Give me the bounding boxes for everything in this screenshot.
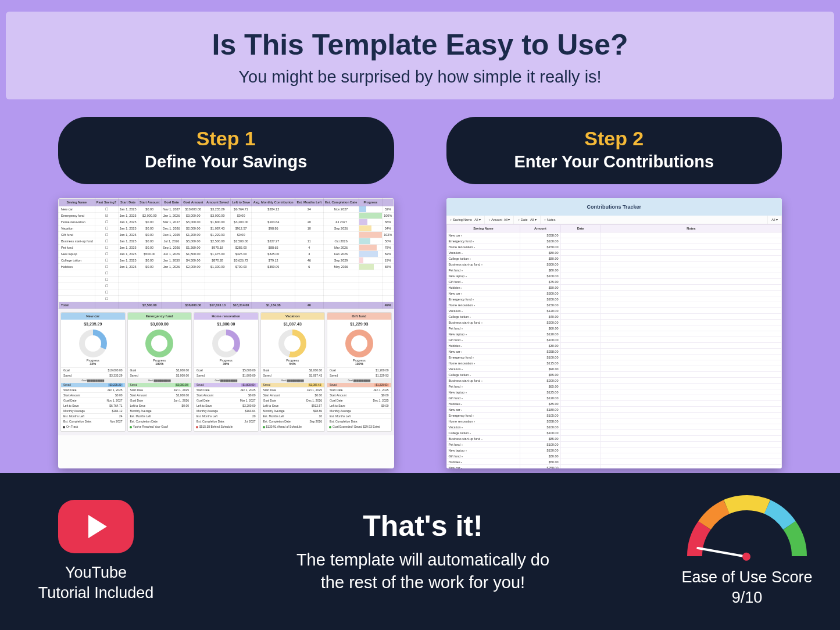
header-title: Is This Template Easy to Use? bbox=[17, 28, 823, 62]
step1-column: Step 1 Define Your Savings Saving NamePa… bbox=[58, 117, 394, 468]
score-caption: Ease of Use Score9/10 bbox=[654, 567, 840, 608]
header-banner: Is This Template Easy to Use? You might … bbox=[6, 12, 834, 99]
step1-desc: Define Your Savings bbox=[70, 152, 383, 171]
step1-label: Step 1 bbox=[70, 127, 383, 150]
youtube-caption: YouTubeTutorial Included bbox=[12, 563, 180, 603]
step2-pill: Step 2 Enter Your Contributions bbox=[446, 117, 782, 184]
step2-column: Step 2 Enter Your Contributions Contribu… bbox=[446, 117, 782, 468]
footer-mid-sub: The template will automatically dothe re… bbox=[198, 549, 648, 594]
step2-desc: Enter Your Contributions bbox=[458, 152, 771, 171]
footer-mid-heading: That's it! bbox=[198, 509, 648, 543]
step1-screenshot: Saving NamePast Saving?Start DateStart A… bbox=[58, 198, 394, 468]
step2-screenshot: Contributions Tracker▼ Saving Name All ▾… bbox=[446, 198, 782, 468]
footer-bar: YouTubeTutorial Included That's it! The … bbox=[0, 473, 840, 630]
header-subtitle: You might be surprised by how simple it … bbox=[17, 67, 823, 87]
gauge-icon bbox=[686, 495, 808, 559]
step2-label: Step 2 bbox=[458, 127, 771, 150]
footer-mid: That's it! The template will automatical… bbox=[192, 509, 654, 594]
youtube-icon bbox=[58, 500, 134, 553]
step1-pill: Step 1 Define Your Savings bbox=[58, 117, 394, 184]
footer-right: Ease of Use Score9/10 bbox=[654, 495, 840, 608]
footer-left: YouTubeTutorial Included bbox=[0, 500, 192, 603]
